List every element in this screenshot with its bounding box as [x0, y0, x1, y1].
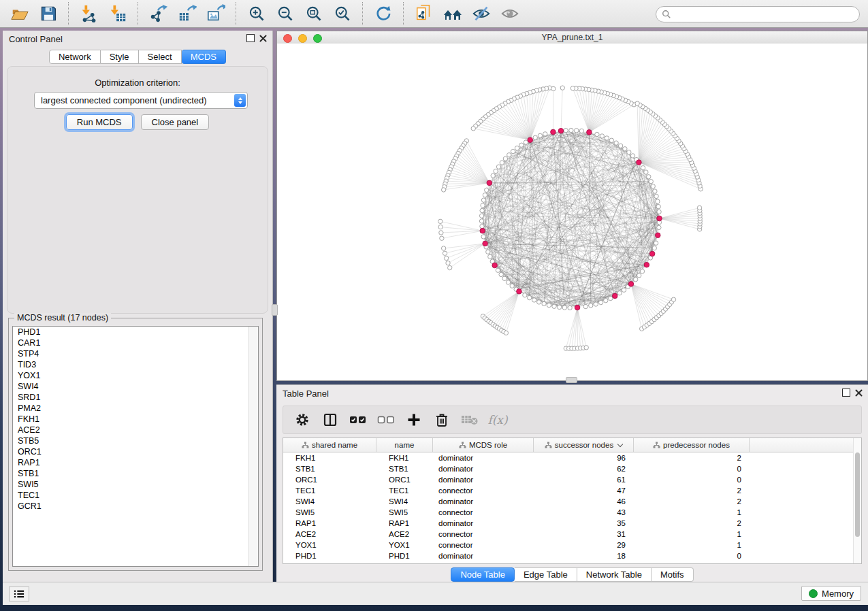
- optimization-criterion-dropdown[interactable]: largest connected component (undirected): [34, 92, 248, 109]
- save-session-button[interactable]: [34, 3, 63, 24]
- tab-edge-table[interactable]: Edge Table: [515, 567, 577, 582]
- apply-layout-button[interactable]: [369, 3, 398, 24]
- export-table-button[interactable]: [173, 3, 202, 24]
- horizontal-split-handle[interactable]: [566, 377, 577, 383]
- column-header-successor-nodes[interactable]: successor nodes: [534, 438, 634, 452]
- tab-select[interactable]: Select: [139, 50, 182, 64]
- mcds-result-group: MCDS result (17 nodes) PHD1CAR1STP4TID3Y…: [8, 318, 263, 571]
- float-panel-icon[interactable]: [246, 34, 255, 42]
- network-canvas[interactable]: [277, 44, 867, 380]
- mcds-result-item[interactable]: YOX1: [13, 370, 258, 381]
- column-header-name[interactable]: name: [376, 438, 433, 452]
- table-row[interactable]: YOX1YOX1connector291: [283, 540, 861, 550]
- run-mcds-button[interactable]: Run MCDS: [66, 114, 133, 130]
- delete-columns-button[interactable]: [431, 410, 453, 429]
- zoom-out-button[interactable]: [271, 3, 300, 24]
- tab-network-table[interactable]: Network Table: [577, 567, 652, 582]
- fit-content-button[interactable]: [300, 3, 328, 24]
- mcds-result-item[interactable]: STB1: [13, 468, 258, 479]
- network-view-title: YPA_prune.txt_1: [277, 33, 867, 42]
- column-header-predecessor-nodes[interactable]: predecessor nodes: [634, 438, 750, 452]
- cell-successor_nodes: 43: [534, 508, 634, 516]
- mcds-result-item[interactable]: ORC1: [13, 446, 258, 457]
- vertical-split-handle[interactable]: [272, 304, 278, 316]
- table-row[interactable]: ACE2ACE2connector311: [283, 529, 861, 540]
- table-mode-button[interactable]: [291, 410, 313, 429]
- export-image-icon: [206, 4, 225, 23]
- open-file-button[interactable]: [5, 3, 34, 24]
- tab-network[interactable]: Network: [49, 50, 101, 64]
- zoom-selected-button[interactable]: [328, 3, 357, 24]
- mcds-result-item[interactable]: CAR1: [13, 337, 258, 348]
- zoom-in-button[interactable]: [242, 3, 271, 24]
- node-table[interactable]: shared namenameMCDS rolesuccessor nodesp…: [283, 437, 862, 564]
- mcds-result-item[interactable]: SWI5: [13, 479, 258, 490]
- tab-mcds[interactable]: MCDS: [182, 50, 226, 64]
- mcds-result-item[interactable]: FKH1: [13, 414, 258, 425]
- tab-motifs[interactable]: Motifs: [652, 567, 694, 582]
- mcds-list-scrollbar[interactable]: [248, 327, 258, 566]
- unchecked-boxes-icon: [377, 414, 395, 426]
- mcds-result-item[interactable]: STP4: [13, 348, 258, 359]
- mcds-result-item[interactable]: RAP1: [13, 457, 258, 468]
- first-neighbors-button[interactable]: [438, 3, 467, 24]
- close-panel-button[interactable]: Close panel: [141, 114, 210, 130]
- network-document-icon: [415, 4, 434, 23]
- columns-icon: [323, 412, 338, 427]
- table-scrollbar-thumb[interactable]: [855, 452, 860, 537]
- table-row[interactable]: SWI5SWI5connector431: [283, 507, 861, 518]
- export-image-button[interactable]: [202, 3, 230, 24]
- table-row[interactable]: SWI4SWI4dominator462: [283, 496, 861, 507]
- mcds-result-list[interactable]: PHD1CAR1STP4TID3YOX1SWI4SRD1PMA2FKH1ACE2…: [12, 326, 259, 567]
- mcds-result-item[interactable]: SRD1: [13, 392, 258, 403]
- mcds-result-item[interactable]: TID3: [13, 359, 258, 370]
- mcds-result-item[interactable]: TEC1: [13, 490, 258, 501]
- import-network-button[interactable]: [75, 3, 103, 24]
- table-row[interactable]: TEC1TEC1connector472: [283, 485, 861, 496]
- mcds-result-item[interactable]: ACE2: [13, 425, 258, 435]
- table-scrollbar[interactable]: [853, 438, 861, 563]
- cell-shared_name: RAP1: [283, 519, 376, 527]
- table-row[interactable]: ORC1ORC1dominator610: [283, 474, 861, 485]
- search-input[interactable]: [675, 8, 859, 20]
- close-panel-icon[interactable]: [259, 35, 267, 42]
- close-panel-icon[interactable]: [855, 389, 863, 397]
- export-network-icon: [149, 4, 168, 23]
- column-header-shared-name[interactable]: shared name: [283, 438, 376, 452]
- mcds-result-item[interactable]: GCR1: [13, 501, 258, 512]
- tab-node-table[interactable]: Node Table: [451, 567, 515, 582]
- table-row[interactable]: PHD1PHD1dominator180: [283, 550, 861, 561]
- import-table-button[interactable]: [103, 3, 132, 24]
- new-network-from-selection-button[interactable]: [410, 3, 438, 24]
- mcds-result-item[interactable]: PMA2: [13, 403, 258, 414]
- function-builder-button[interactable]: f(x): [487, 410, 509, 429]
- export-network-button[interactable]: [144, 3, 173, 24]
- mcds-result-item[interactable]: STB5: [13, 435, 258, 446]
- houses-icon: [443, 3, 463, 24]
- memory-button[interactable]: Memory: [801, 586, 861, 601]
- mcds-result-item[interactable]: SWI4: [13, 381, 258, 392]
- clear-selection-button[interactable]: [375, 410, 397, 429]
- mcds-result-title: MCDS result (17 nodes): [14, 313, 111, 323]
- column-header-MCDS-role[interactable]: MCDS role: [433, 438, 534, 452]
- column-type-icon: [459, 442, 466, 448]
- show-columns-button[interactable]: [319, 410, 341, 429]
- cell-mcds_role: connector: [433, 541, 534, 549]
- cell-mcds_role: connector: [433, 486, 534, 495]
- mcds-result-item[interactable]: PHD1: [13, 327, 258, 337]
- create-column-button[interactable]: [403, 410, 425, 429]
- show-all-button[interactable]: [496, 3, 524, 24]
- float-panel-icon[interactable]: [842, 389, 850, 397]
- hide-selected-button[interactable]: [467, 3, 496, 24]
- list-icon: [14, 589, 25, 599]
- delete-table-button[interactable]: [459, 410, 481, 429]
- table-row[interactable]: FKH1FKH1dominator962: [283, 452, 861, 463]
- export-table-icon: [178, 4, 197, 23]
- select-all-button[interactable]: [347, 410, 369, 429]
- tab-style[interactable]: Style: [101, 50, 139, 64]
- cell-mcds_role: dominator: [433, 454, 534, 462]
- panel-menu-button[interactable]: [9, 587, 29, 601]
- table-row[interactable]: RAP1RAP1dominator352: [283, 518, 861, 529]
- table-panel-title: Table Panel: [276, 389, 329, 399]
- table-row[interactable]: STB1STB1dominator620: [283, 463, 861, 474]
